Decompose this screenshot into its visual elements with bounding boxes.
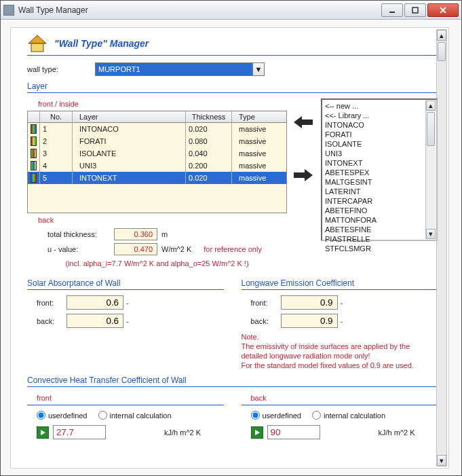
svg-marker-7	[255, 430, 260, 435]
solar-back-label: back:	[37, 317, 66, 325]
app-icon	[3, 5, 14, 16]
scroll-up-icon[interactable]: ▴	[437, 30, 446, 41]
longwave-front-input[interactable]	[281, 295, 338, 310]
table-row[interactable]: 2FORATI0.080massive	[28, 135, 286, 147]
list-item[interactable]: MALTGESINT	[325, 177, 434, 187]
divider	[27, 386, 438, 387]
convective-section-title: Convective Heat Transfer Coefficient of …	[27, 376, 438, 385]
total-thickness-value: 0.360	[114, 228, 157, 240]
solar-section-title: Solar Absorptance of Wall	[27, 278, 224, 288]
svg-marker-4	[294, 116, 313, 128]
longwave-section-title: Longwave Emission Coefficient	[242, 278, 438, 288]
longwave-back-input[interactable]	[281, 314, 338, 328]
conv-front-input[interactable]	[53, 425, 106, 439]
house-icon	[27, 35, 47, 52]
svg-rect-0	[389, 12, 395, 13]
listbox-scrollbar[interactable]: ▴ ▾	[425, 100, 436, 239]
conv-back-input[interactable]	[267, 425, 320, 439]
walltype-combo[interactable]: MURPORT1 ▼	[95, 62, 265, 76]
scroll-up-icon[interactable]: ▴	[426, 100, 436, 111]
conv-unit: kJ/h m^2 K	[379, 428, 415, 437]
list-item[interactable]: INTERCAPAR	[325, 196, 434, 206]
divider	[27, 289, 224, 290]
conv-back-label: back	[251, 394, 438, 402]
grid-header: No. Layer Thickness Type	[28, 111, 286, 123]
front-userdefined-radio[interactable]: userdefined	[37, 411, 88, 420]
alpha-note: (incl. alpha_i=7.7 W/m^2 K and alpha_o=2…	[27, 259, 287, 268]
table-row[interactable]: 3ISOLANTE0.040massive	[28, 147, 286, 160]
list-item[interactable]: INTONEXT	[325, 158, 434, 168]
list-item[interactable]: ABETESFINE	[325, 225, 434, 234]
back-internal-radio[interactable]: internal calculation	[312, 411, 385, 420]
note-line2: For the standard model fixed values of 0…	[242, 361, 438, 370]
longwave-back-label: back:	[251, 317, 281, 325]
scroll-down-icon[interactable]: ▾	[437, 455, 446, 466]
total-thickness-label: total thickness:	[47, 230, 114, 238]
back-label: back	[38, 216, 287, 224]
scroll-down-icon[interactable]: ▾	[426, 229, 436, 239]
list-item[interactable]: PIASTRELLE	[325, 234, 434, 244]
list-item[interactable]: <<- Library ...	[325, 111, 434, 120]
wall-type-manager-window: Wall Type Manager ▴ ▾ "Wall Type" Manage…	[0, 0, 462, 476]
chevron-down-icon[interactable]: ▼	[252, 62, 265, 76]
svg-rect-1	[412, 7, 418, 13]
scroll-thumb[interactable]	[438, 42, 446, 61]
table-row[interactable]: 4UNI30.200massive	[28, 160, 286, 172]
list-item[interactable]: ABETEFINO	[325, 206, 434, 215]
list-item[interactable]: STFCLSMGR	[325, 244, 434, 253]
conv-unit: kJ/h m^2 K	[164, 428, 201, 437]
play-icon[interactable]	[37, 426, 49, 439]
list-item[interactable]: INTONACO	[325, 120, 434, 130]
window-scrollbar[interactable]: ▴ ▾	[436, 29, 447, 466]
conv-front-label: front	[37, 394, 224, 402]
solar-front-label: front:	[37, 299, 66, 307]
list-item[interactable]: UNI3	[325, 149, 434, 158]
library-listbox[interactable]: <-- new ... <<- Library ... INTONACO FOR…	[321, 98, 438, 241]
list-item[interactable]: MATTONFORA	[325, 215, 434, 225]
svg-marker-5	[294, 169, 313, 181]
list-item[interactable]: <-- new ...	[325, 101, 434, 111]
close-button[interactable]	[427, 3, 459, 17]
divider	[27, 405, 224, 405]
u-value-label: u - value:	[47, 245, 114, 253]
reference-note: for reference only	[204, 245, 262, 253]
divider	[27, 55, 438, 56]
longwave-front-label: front:	[251, 299, 281, 307]
svg-marker-6	[41, 430, 45, 435]
scroll-thumb[interactable]	[427, 112, 435, 146]
back-userdefined-radio[interactable]: userdefined	[251, 411, 302, 420]
note-line1: The emissivity of inside surfaces are ap…	[242, 342, 438, 361]
u-value: 0.470	[114, 243, 157, 255]
walltype-label: wall type:	[27, 65, 95, 73]
divider	[27, 92, 438, 93]
svg-rect-3	[31, 43, 43, 52]
maximize-button[interactable]	[404, 3, 426, 17]
window-title: Wall Type Manager	[18, 5, 380, 15]
play-icon[interactable]	[251, 426, 263, 439]
list-item[interactable]: FORATI	[325, 130, 434, 139]
list-item[interactable]: LATERINT	[325, 187, 434, 196]
walltype-value: MURPORT1	[95, 62, 265, 76]
minimize-button[interactable]	[381, 3, 403, 17]
svg-marker-2	[28, 35, 46, 43]
note-title: Note.	[242, 332, 438, 342]
arrow-right-icon[interactable]	[294, 168, 313, 183]
layer-section-title: Layer	[27, 81, 438, 91]
arrow-left-icon[interactable]	[294, 115, 313, 130]
divider	[242, 289, 438, 290]
list-item[interactable]: ISOLANTE	[325, 139, 434, 149]
titlebar[interactable]: Wall Type Manager	[1, 1, 461, 20]
solar-back-input[interactable]	[66, 314, 123, 328]
list-item[interactable]: ABETESPEX	[325, 168, 434, 177]
solar-front-input[interactable]	[66, 295, 123, 310]
layer-grid[interactable]: No. Layer Thickness Type 1INTONACO0.020m…	[27, 111, 287, 213]
table-row-selected[interactable]: 5INTONEXT0.020massive	[28, 172, 286, 184]
divider	[242, 405, 438, 405]
page-title: "Wall Type" Manager	[54, 38, 149, 49]
table-row[interactable]: 1INTONACO0.020massive	[28, 123, 286, 135]
front-internal-radio[interactable]: internal calculation	[98, 411, 172, 420]
front-inside-label: front / inside	[38, 100, 287, 108]
